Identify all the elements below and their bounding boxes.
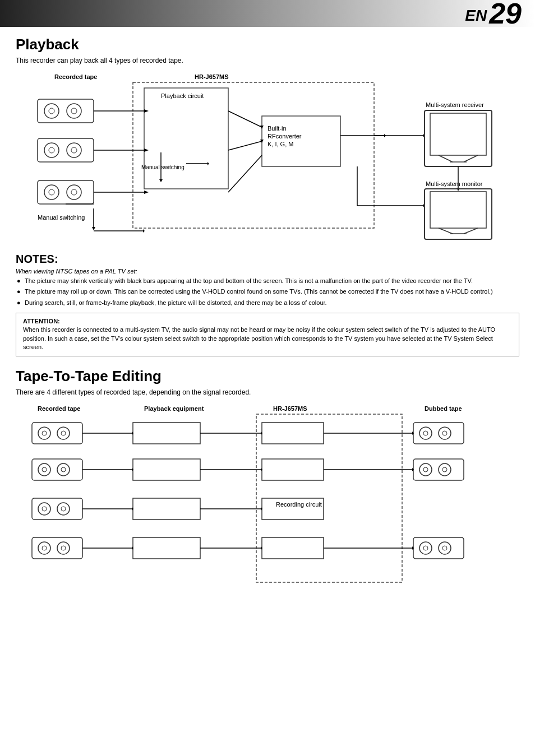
svg-point-125 [439,463,451,476]
svg-marker-29 [144,191,149,194]
svg-point-11 [49,108,54,114]
svg-rect-98 [262,459,324,480]
svg-text:RFconverter: RFconverter [268,133,302,140]
tape-editing-subtitle: There are 4 different types of recorded … [16,388,519,396]
svg-text:Built-in: Built-in [268,125,287,132]
notes-title: NOTES: [16,253,519,266]
svg-line-44 [464,155,478,162]
svg-marker-64 [92,227,95,230]
svg-text:Recorded tape: Recorded tape [54,73,97,80]
notes-item-3: During search, still, or frame-by-frame … [16,299,519,307]
svg-point-22 [67,185,81,200]
svg-rect-53 [430,192,486,228]
svg-rect-41 [425,110,492,166]
svg-rect-96 [133,537,200,559]
svg-point-79 [38,463,50,476]
svg-marker-25 [144,109,149,113]
svg-point-90 [42,546,47,550]
svg-point-20 [44,185,59,200]
svg-rect-19 [38,180,94,204]
tape-editing-title: Tape-To-Tape Editing [16,368,519,385]
svg-text:Dubbed tape: Dubbed tape [425,405,462,412]
svg-text:Multi-system monitor: Multi-system monitor [426,180,483,187]
page-content: Playback This recorder can play back all… [0,27,535,605]
svg-text:Recorded tape: Recorded tape [38,405,80,412]
tape-editing-svg: Recorded tape Playback equipment HR-J657… [16,403,519,593]
svg-point-130 [439,542,451,554]
svg-text:Playback circuit: Playback circuit [161,92,204,99]
notes-item-1: The picture may shrink vertically with b… [16,277,519,285]
svg-point-16 [49,147,54,153]
svg-text:Playback equipment: Playback equipment [144,405,204,412]
svg-text:Manual switching: Manual switching [38,214,85,221]
svg-rect-97 [262,423,324,444]
svg-rect-100 [262,537,324,559]
svg-marker-66 [143,229,145,233]
svg-point-124 [423,467,428,472]
svg-rect-95 [133,498,200,520]
svg-line-43 [439,155,453,162]
svg-point-91 [57,542,70,554]
header-bar: EN 29 [0,0,535,27]
svg-rect-14 [38,138,94,162]
svg-point-15 [44,143,59,157]
svg-rect-3 [144,88,228,189]
playback-subtitle: This recorder can play back all 4 types … [16,57,519,64]
svg-line-54 [439,228,453,234]
svg-point-123 [419,463,432,476]
svg-point-84 [38,503,50,515]
svg-point-86 [57,503,70,515]
playback-title: Playback [16,36,519,53]
svg-point-80 [42,467,47,472]
svg-marker-35 [207,162,209,165]
svg-point-74 [38,427,50,439]
svg-rect-42 [430,113,486,155]
svg-text:K, I, G, M: K, I, G, M [268,141,293,147]
svg-point-17 [67,143,81,157]
svg-point-128 [419,542,432,554]
svg-point-126 [442,467,447,472]
svg-point-77 [61,431,66,435]
svg-text:Multi-system receiver: Multi-system receiver [426,101,484,108]
svg-point-87 [61,507,66,511]
playback-diagram: Recorded tape HR-J657MS Playback circuit… [16,71,519,245]
notes-item-2: The picture may roll up or down. This ca… [16,287,519,296]
svg-line-30 [228,111,262,127]
svg-rect-9 [38,99,94,123]
svg-point-131 [442,546,447,550]
attention-box: ATTENTION: When this recorder is connect… [16,313,519,356]
svg-text:HR-J657MS: HR-J657MS [273,405,307,412]
header-en-label: EN [465,7,487,27]
svg-marker-31 [260,126,264,129]
svg-marker-27 [144,149,149,152]
svg-line-55 [464,228,478,234]
svg-point-10 [44,104,59,118]
svg-line-32 [228,141,262,150]
svg-point-12 [67,104,81,118]
svg-point-23 [71,189,77,195]
svg-rect-52 [425,189,492,239]
notes-subtitle: When viewing NTSC tapes on a PAL TV set: [16,268,519,275]
svg-text:Recording circuit: Recording circuit [276,501,322,508]
header-page-number: 29 [489,0,522,28]
attention-text: When this recorder is connected to a mul… [23,326,512,351]
svg-point-92 [61,546,66,550]
svg-text:HR-J657MS: HR-J657MS [195,73,229,80]
svg-point-21 [49,189,54,195]
svg-rect-94 [133,459,200,480]
svg-point-82 [61,467,66,472]
svg-point-76 [57,427,70,439]
svg-rect-2 [133,82,374,228]
svg-marker-59 [159,179,163,182]
svg-point-119 [423,431,428,435]
svg-point-129 [423,546,428,550]
svg-point-89 [38,542,50,554]
attention-title: ATTENTION: [23,318,512,324]
svg-point-118 [419,427,432,439]
svg-point-85 [42,507,47,511]
svg-point-75 [42,431,47,435]
svg-point-120 [439,427,451,439]
svg-point-18 [71,147,77,153]
tape-editing-diagram: Recorded tape Playback equipment HR-J657… [16,403,519,593]
svg-line-36 [228,155,262,192]
